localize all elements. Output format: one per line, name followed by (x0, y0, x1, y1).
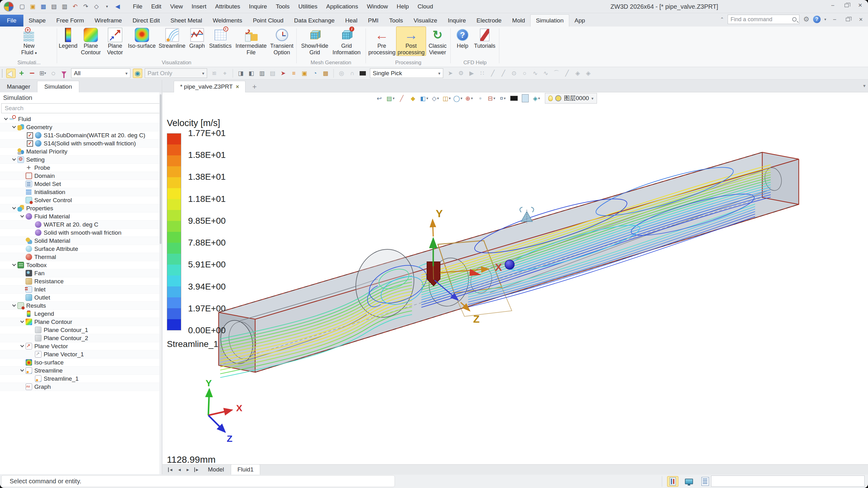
ghost-pick-icon[interactable]: ➤ (446, 69, 455, 78)
tree-item-probe[interactable]: Probe (0, 164, 162, 172)
post-processing-button[interactable]: → Post processing (396, 27, 426, 56)
folder-manager-icon[interactable]: ▣ (300, 69, 309, 78)
color-filter-icon[interactable] (59, 69, 69, 78)
tree-item-fan[interactable]: Fan (0, 269, 162, 277)
tree-item-plane-contour[interactable]: Plane Contour (0, 318, 162, 326)
rotate-target-icon[interactable]: ⊕▾ (464, 94, 474, 103)
collapse-ribbon-icon[interactable]: ⌃ (720, 17, 724, 22)
tree-item-results[interactable]: Results (0, 302, 162, 310)
measure-icon[interactable]: ⊟▾ (487, 94, 496, 103)
ribbon-tab-data-exchange[interactable]: Data Exchange (289, 15, 340, 27)
tree-item-initialisation[interactable]: Initialisation (0, 188, 162, 196)
grid-information-button[interactable]: i Grid Information (330, 27, 363, 56)
ribbon-tab-inquire[interactable]: Inquire (442, 15, 471, 27)
history-icon[interactable]: ◔ (310, 69, 320, 78)
shaded-display-icon[interactable]: ◧▾ (420, 94, 429, 103)
add-selection-icon[interactable]: + (17, 69, 26, 78)
tree-item-s14[interactable]: ✓S14(Solid with smooth-wall friction) (0, 140, 162, 148)
ghost-gear-icon[interactable]: ⚙ (456, 69, 466, 78)
tree-item-domain[interactable]: Domain (0, 172, 162, 180)
collapse-toolbar-icon[interactable]: ◀ (113, 2, 122, 11)
expand-arrow-icon[interactable] (19, 369, 26, 372)
window-select-icon[interactable]: ⊞▾ (38, 69, 48, 78)
curve-filter-icon[interactable]: ▥ (257, 69, 267, 78)
ribbon-tab-file[interactable]: File (0, 15, 23, 27)
tree-item-properties[interactable]: Properties (0, 204, 162, 212)
menu-cloud[interactable]: Cloud (413, 1, 438, 12)
print-icon[interactable]: ▤ (49, 2, 59, 11)
lighting-icon[interactable]: ¤▾ (498, 94, 507, 103)
edge-filter-icon[interactable]: ◧ (247, 69, 256, 78)
close-button[interactable]: × (856, 1, 865, 9)
menu-edit[interactable]: Edit (147, 1, 166, 12)
section-view-icon[interactable]: ◫▾ (442, 94, 451, 103)
menu-applications[interactable]: Applications (322, 1, 363, 12)
tab-overflow-icon[interactable]: ▾ (863, 83, 866, 89)
redo-icon[interactable]: ↷ (81, 2, 90, 11)
dark-swatch-icon[interactable] (358, 69, 367, 78)
first-sheet-icon[interactable]: ◄ (166, 467, 175, 475)
save-icon[interactable]: ▦ (39, 2, 48, 11)
tree-item-iso-surface[interactable]: Iso-surface (0, 359, 162, 367)
auto-regen-icon[interactable]: ◎ (337, 69, 346, 78)
ghost-segment-icon[interactable]: ╱ (499, 69, 508, 78)
menu-tools[interactable]: Tools (271, 1, 294, 12)
expand-arrow-icon[interactable] (19, 215, 26, 217)
open-file-icon[interactable]: ▣ (28, 2, 37, 11)
ribbon-tab-wireframe[interactable]: Wireframe (89, 15, 127, 27)
menu-insert[interactable]: Insert (187, 1, 211, 12)
toggle-tag-icon[interactable]: ⌖ (220, 69, 229, 78)
status-input[interactable] (711, 476, 865, 487)
tree-search-input[interactable]: Search (1, 103, 161, 113)
tree-item-solid-friction[interactable]: Solid with smooth-wall friction (0, 229, 162, 237)
pre-processing-button[interactable]: ← Pre processing (367, 27, 396, 56)
ghost-circle-point-icon[interactable]: ⊙ (509, 69, 519, 78)
menu-window[interactable]: Window (363, 1, 392, 12)
plane-contour-button[interactable]: Plane Contour (78, 27, 103, 56)
menu-view[interactable]: View (166, 1, 187, 12)
ghost-play-icon[interactable]: ▶ (467, 69, 476, 78)
expand-arrow-icon[interactable] (10, 305, 18, 307)
sheet-tab-fluid1[interactable]: Fluid1 (231, 464, 260, 475)
menu-inquire[interactable]: Inquire (245, 1, 271, 12)
tree-scrollbar[interactable] (159, 92, 162, 474)
expand-arrow-icon[interactable] (10, 126, 18, 128)
point-filter-icon[interactable]: ▤ (268, 69, 277, 78)
tree-item-solver-control[interactable]: Solver Control (0, 196, 162, 204)
ghost-line-icon[interactable]: ╱ (488, 69, 497, 78)
quick-access-more-icon[interactable]: ▾ (102, 2, 112, 11)
legend-button[interactable]: Legend (58, 27, 78, 50)
visibility-checkbox[interactable]: ✓ (27, 132, 33, 139)
tree-item-plane-contour-2[interactable]: Plane Contour_2 (0, 334, 162, 342)
help-dropdown-icon[interactable]: ▾ (824, 17, 826, 22)
tree-item-s11[interactable]: ✓S11-SubDomain(WATER at 20. deg C) (0, 131, 162, 140)
tab-manager[interactable]: Manager (0, 81, 37, 92)
expand-arrow-icon[interactable] (10, 264, 18, 266)
ghost-curve-icon[interactable]: ∿ (541, 69, 551, 78)
menu-attributes[interactable]: Attributes (211, 1, 245, 12)
plot-icon[interactable]: ▥ (60, 2, 69, 11)
background-black-swatch[interactable] (509, 94, 519, 103)
tree-item-plane-vector[interactable]: Plane Vector (0, 342, 162, 350)
restore-button[interactable] (842, 1, 851, 9)
ghost-arc-icon[interactable]: ⌒ (552, 69, 561, 78)
streamline-button[interactable]: Streamline (157, 27, 187, 50)
tree-item-fluid[interactable]: Fluid (0, 115, 162, 123)
ribbon-tab-mold[interactable]: Mold (507, 15, 530, 27)
minimize-button[interactable]: – (828, 1, 837, 9)
tree-item-toolbox[interactable]: Toolbox (0, 261, 162, 269)
expand-arrow-icon[interactable] (10, 207, 18, 209)
tree-item-streamline-1[interactable]: Streamline_1 (0, 375, 162, 383)
viewport-3d[interactable]: ↩ ▤▾ ╱ ◆ ◧▾ ◇▾ ◫▾ ◯▾ ⊕▾ ▫ ⊟▾ ¤▾ ◈▾ 图层000… (162, 92, 868, 464)
remove-selection-icon[interactable]: − (27, 69, 37, 78)
list-manager-icon[interactable]: ≡ (289, 69, 299, 78)
new-file-icon[interactable]: ▢ (18, 2, 27, 11)
previous-view-icon[interactable]: ↩ (375, 94, 384, 103)
layer-control[interactable]: 图层0000 ▾ (545, 93, 597, 103)
appearance-icon[interactable]: ◈▾ (532, 94, 541, 103)
ribbon-tab-sheet-metal[interactable]: Sheet Metal (165, 15, 208, 27)
expand-arrow-icon[interactable] (10, 158, 18, 161)
ribbon-tab-heal[interactable]: Heal (340, 15, 363, 27)
transient-option-button[interactable]: Transient Option (269, 27, 295, 56)
view-navigation-icon[interactable]: ◇ (92, 2, 101, 11)
